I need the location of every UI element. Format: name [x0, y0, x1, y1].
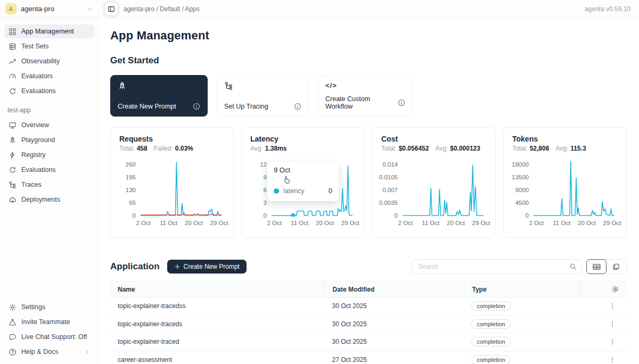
metric-card-requests: Requests Total:458Failed:0.03% 260195130… [110, 127, 234, 238]
sidebar-collapse-button[interactable] [104, 2, 118, 16]
tracing-icon [9, 181, 17, 189]
y-axis-tick: 0.014 [382, 162, 398, 167]
plot-area[interactable] [534, 160, 618, 217]
row-actions-kebab-icon[interactable] [588, 338, 619, 345]
stat: Avg:$0.000123 [435, 145, 480, 152]
sidebar-item-evaluators[interactable]: Evaluators [4, 69, 94, 83]
sidebar-item-overview[interactable]: Overview [4, 118, 94, 132]
date-modified: 30 Oct 2025 [325, 338, 464, 345]
app-version: agenta v0.59.10 [585, 5, 639, 13]
plot-area[interactable] [141, 160, 225, 217]
sidebar-item-evaluations[interactable]: Evaluations [4, 163, 94, 177]
refresh-circle-icon [9, 166, 17, 174]
card-view-button[interactable] [606, 259, 626, 274]
stat: Total:$0.056452 [381, 145, 429, 152]
top-bar: A agenta-pro agenta-pro / Default / Apps… [0, 0, 639, 18]
row-actions-kebab-icon[interactable] [588, 320, 619, 328]
type-badge: completion [471, 319, 510, 329]
table-row[interactable]: topic-explainer-tracedss 30 Oct 2025 com… [110, 297, 627, 316]
x-axis-tick: 2 Oct [398, 220, 413, 226]
info-icon[interactable] [294, 103, 301, 110]
application-heading: Application [110, 261, 160, 272]
stat: Avg:115.3 [555, 145, 586, 152]
table-header: Name Date Modified Type [110, 282, 627, 297]
search-icon[interactable] [569, 263, 577, 270]
x-axis-tick: 11 Oct [160, 220, 177, 226]
x-axis-tick: 11 Oct [553, 220, 570, 226]
sidebar-item-live-chat-support-off[interactable]: Live Chat Support: Off [4, 330, 94, 344]
chevron-down-icon [86, 6, 93, 12]
plot-area[interactable]: 9 Oct latency 0 [272, 160, 356, 217]
y-axis-tick: 65 [129, 200, 136, 205]
workspace-avatar: A [5, 3, 17, 14]
x-axis-tick: 2 Oct [529, 220, 544, 226]
cursor-hand-icon [282, 175, 291, 184]
create-custom-workflow-card[interactable]: </> Create Custom Workflow [318, 75, 413, 117]
stat: Total:458 [119, 145, 148, 152]
sidebar-item-settings[interactable]: Settings [4, 300, 94, 314]
table-row[interactable]: career-assessment 27 Oct 2025 completion [110, 351, 627, 364]
stat: Failed:0.03% [154, 145, 193, 152]
sidebar-item-observability[interactable]: Observability [4, 54, 94, 68]
tokens-chart: 1800013500900045000 2 Oct11 Oct20 Oct29 … [512, 160, 618, 229]
column-header-type[interactable]: Type [464, 282, 580, 297]
row-actions-kebab-icon[interactable] [588, 356, 619, 363]
search-input[interactable] [418, 263, 569, 270]
create-new-prompt-card[interactable]: Create New Prompt [110, 75, 208, 117]
info-icon[interactable] [398, 99, 405, 106]
sidebar-item-registry[interactable]: Registry [4, 148, 94, 162]
stat: Avg:1.38ms [250, 145, 287, 152]
y-axis-tick: 0 [526, 213, 529, 218]
sidebar-item-traces[interactable]: Traces [4, 178, 94, 192]
x-axis: 2 Oct11 Oct20 Oct29 Oct [403, 220, 487, 229]
tooltip-value: 0 [329, 187, 332, 195]
sidebar-section-label: test-app [7, 106, 94, 114]
y-axis-tick: 9 [264, 175, 267, 180]
metric-title: Latency [250, 135, 356, 143]
tooltip-series-name: latency [283, 187, 305, 195]
date-modified: 30 Oct 2025 [325, 302, 464, 310]
plot-area[interactable] [403, 160, 487, 217]
table-settings-gear-icon[interactable] [611, 285, 619, 293]
cloud-icon [9, 196, 17, 204]
x-axis-tick: 2 Oct [136, 220, 151, 226]
sidebar-item-evaluations[interactable]: Evaluations [4, 84, 94, 98]
sidebar-item-playground[interactable]: Playground [4, 133, 94, 147]
panel-left-icon [108, 5, 115, 13]
workspace-selector[interactable]: A agenta-pro [0, 3, 99, 14]
date-modified: 27 Oct 2025 [325, 356, 464, 363]
view-toggle [586, 259, 627, 274]
sidebar-item-test-sets[interactable]: Test Sets [4, 39, 94, 53]
metric-title: Tokens [512, 135, 618, 143]
code-icon: </> [325, 81, 405, 89]
sidebar-item-invite-teammate[interactable]: Invite Teammate [4, 315, 94, 329]
metric-stats: Avg:1.38ms [250, 145, 356, 152]
type-badge: completion [471, 355, 510, 364]
y-axis-tick: 12 [260, 162, 267, 167]
x-axis: 2 Oct11 Oct20 Oct29 Oct [534, 220, 618, 229]
card-view-icon [612, 262, 620, 271]
column-header-date-modified[interactable]: Date Modified [325, 282, 464, 297]
row-actions-kebab-icon[interactable] [588, 302, 619, 310]
x-axis-tick: 20 Oct [578, 220, 596, 226]
column-header-name[interactable]: Name [110, 282, 325, 297]
y-axis-tick: 130 [126, 187, 136, 193]
main-content: App Management Get Started Create New Pr… [99, 18, 639, 364]
breadcrumb[interactable]: agenta-pro / Default / Apps [124, 5, 200, 13]
metric-card-tokens: Tokens Total:52,806Avg:115.3 18000135009… [503, 127, 627, 238]
set-up-tracing-card[interactable]: Set Up Tracing [217, 75, 309, 117]
sidebar-item-help-docs[interactable]: Help & Docs [4, 345, 94, 359]
sidebar-item-deployments[interactable]: Deployments [4, 193, 94, 206]
table-row[interactable]: topic-explainer-traced 30 Oct 2025 compl… [110, 333, 627, 351]
metric-card-cost: Cost Total:$0.056452Avg:$0.000123 0.0140… [372, 127, 496, 238]
table-row[interactable]: topic-explainer-traceds 30 Oct 2025 comp… [110, 316, 627, 334]
table-view-button[interactable] [586, 259, 607, 274]
type-badge: completion [471, 301, 510, 311]
x-axis: 2 Oct11 Oct20 Oct29 Oct [272, 220, 356, 229]
lightning-icon [9, 151, 17, 159]
y-axis-tick: 0 [133, 213, 136, 218]
create-new-prompt-button[interactable]: Create New Prompt [167, 260, 247, 274]
info-icon[interactable] [193, 103, 200, 110]
y-axis: 260195130650 [119, 160, 141, 217]
sidebar-item-app-management[interactable]: App Management [4, 24, 94, 38]
